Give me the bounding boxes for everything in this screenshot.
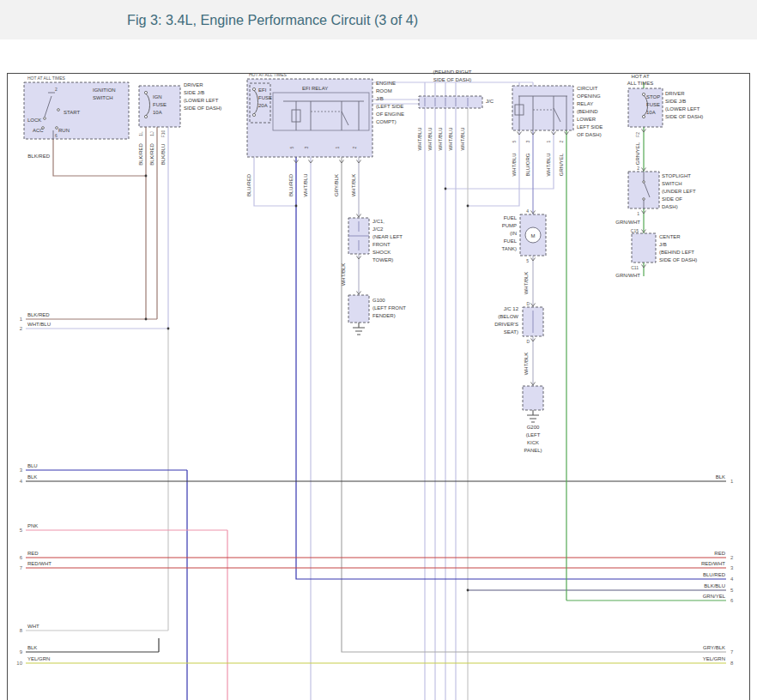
wire-label: BLK/BLU	[704, 583, 725, 588]
driver-jb-label: (LOWER LEFT	[665, 106, 700, 112]
engine-room-jb-label: OF ENGINE	[376, 112, 404, 117]
wire-label: BLK/RED	[27, 312, 50, 317]
wire-label: BLU/RED	[246, 173, 251, 196]
pin-number: 2	[352, 146, 357, 148]
jc1-label: TOWER)	[372, 257, 393, 262]
pin-number: 1	[546, 140, 551, 142]
driver-jb-label: DRIVER	[665, 91, 685, 96]
jc1-label: J/C1,	[372, 219, 385, 224]
jc1-label: SHOCK	[372, 250, 391, 255]
wire-label: WHT/BLU	[512, 154, 517, 177]
co-relay-label: RELAY	[577, 101, 593, 106]
pin-number: 2	[559, 140, 564, 142]
wire-label: BLK	[716, 474, 725, 480]
wire-label: YEL/GRN	[703, 656, 725, 661]
stop-hot-label: ALL TIMES	[627, 81, 653, 86]
pin-number: 3	[304, 146, 309, 148]
efi-fuse-label: EFI	[258, 88, 267, 93]
page: { "header": { "title": "Fig 3: 3.4L, Eng…	[0, 0, 757, 700]
stop-hot-label: HOT AT	[631, 74, 649, 79]
fuel-pump-label: FUEL	[504, 238, 518, 244]
wire-label: WHT/BLU	[427, 128, 433, 151]
jc12-label: (BELOW	[498, 314, 518, 319]
pin-number: 1	[335, 146, 340, 148]
wire-label: GRN/YEL	[703, 594, 726, 599]
wire-label: BLK	[27, 474, 37, 480]
fuel-pump-label: FUEL	[504, 215, 518, 220]
stoplight-label: DASH)	[662, 204, 678, 209]
wire-label: WHT/BLU	[460, 128, 465, 151]
co-relay-label: CIRCUIT	[577, 86, 598, 91]
co-relay-label: LOWER	[577, 117, 597, 122]
ignition-label: IGNITION	[93, 88, 116, 93]
wire-label: GRY/BLK	[703, 645, 725, 650]
ign-fuse-label: IGN	[153, 94, 162, 100]
stoplight-label: SIDE OF	[662, 196, 682, 202]
center-jb-label: (BEHIND LEFT	[659, 250, 694, 255]
efi-fuse-label: FUSE	[258, 95, 272, 100]
wire-label: BLK	[27, 645, 37, 650]
driver-jb-label: (LOWER LEFT	[184, 98, 219, 103]
wire-label: BLU/ORG	[525, 153, 530, 176]
co-relay-label: (BEHIND	[577, 109, 598, 114]
stop-fuse-label: FUSE	[646, 102, 660, 107]
efi-relay-label: EFI RELAY	[302, 86, 328, 91]
center-jb-label: CENTER	[659, 234, 681, 239]
wire-label: RED	[714, 551, 725, 556]
g100-label: (LEFT FRONT	[372, 305, 406, 311]
co-relay-label: OF DASH)	[577, 132, 602, 137]
wire-label: WHT	[27, 624, 39, 629]
engine-room-jb-label: ENGINE	[376, 81, 396, 86]
wire-label: YEL/GRN	[27, 656, 50, 661]
jc-location-label: (BEHIND RIGHT	[433, 69, 472, 75]
wire-label: WHT/BLU	[417, 128, 422, 151]
wire-label: RED/WHT	[701, 561, 725, 566]
pin-number: D	[526, 339, 530, 344]
engine-room-jb-label: (LEFT SIDE	[376, 104, 403, 109]
stoplight-label: STOPLIGHT	[662, 173, 691, 178]
wire-label: WHT/BLU	[303, 174, 308, 197]
efi-hot-label: HOT AT ALL TIMES	[249, 72, 288, 77]
driver-jb-label: SIDE OF DASH)	[665, 114, 703, 119]
wire-label: GRN/WHT	[615, 220, 640, 225]
wire-label: BLK/RED	[149, 143, 154, 166]
connector-tag: F10	[160, 130, 166, 137]
wire-label: WHT/BLK	[524, 272, 529, 295]
ignition-hot-label: HOT AT ALL TIMES	[27, 75, 66, 81]
stoplight-label: (UNDER LEFT	[662, 189, 696, 194]
engine-room-jb-label: COMPT)	[376, 119, 397, 124]
wire-label: BLK/RED	[138, 143, 143, 166]
g100-box	[348, 295, 369, 323]
wire-label: WHT/BLK	[524, 353, 529, 376]
jc1-label: J/C2	[372, 226, 384, 232]
wire-label: WHT/BLK	[341, 263, 346, 287]
jc-box	[419, 96, 482, 108]
co-relay-label: LEFT SIDE	[577, 124, 603, 130]
fuel-pump-label: PUMP	[502, 223, 517, 228]
jc-label: J/C	[486, 99, 494, 104]
driver-jb-label: DRIVER	[184, 82, 203, 88]
co-relay-label: OPENING	[577, 94, 601, 99]
pin-number: 2	[637, 166, 639, 171]
wire-label: PNK	[27, 523, 38, 528]
wiring-diagram: Fig 3: 3.4L, Engine Performance Circuit …	[0, 0, 757, 700]
g200-label: PANEL)	[524, 448, 542, 453]
driver-jb-label: SIDE OF DASH)	[184, 106, 221, 111]
wire-label: GRN/YEL	[635, 142, 640, 165]
ignition-pos-run: RUN	[58, 128, 70, 133]
jc1-label: FRONT	[372, 242, 391, 247]
engine-room-jb-label: ROOM	[376, 88, 392, 94]
jc12-label: J/C 12	[504, 306, 519, 311]
left-pin: 10	[16, 661, 22, 666]
g100-label: G100	[372, 298, 385, 303]
connector-tag: F2	[635, 132, 640, 137]
ign-fuse-label: FUSE	[153, 102, 167, 107]
circuit-opening-relay-box	[512, 86, 573, 130]
driver-jb-label: SIDE J/B	[184, 90, 204, 95]
ign-fuse-label: 10A	[153, 110, 162, 115]
wire-label: RED	[27, 551, 39, 556]
center-jb-label: SIDE OF DASH)	[659, 257, 697, 262]
jc12-label: DRIVER'S	[494, 322, 518, 327]
engine-room-jb-label: J/B	[376, 96, 384, 101]
wire-label: BLK/RED	[27, 154, 50, 159]
